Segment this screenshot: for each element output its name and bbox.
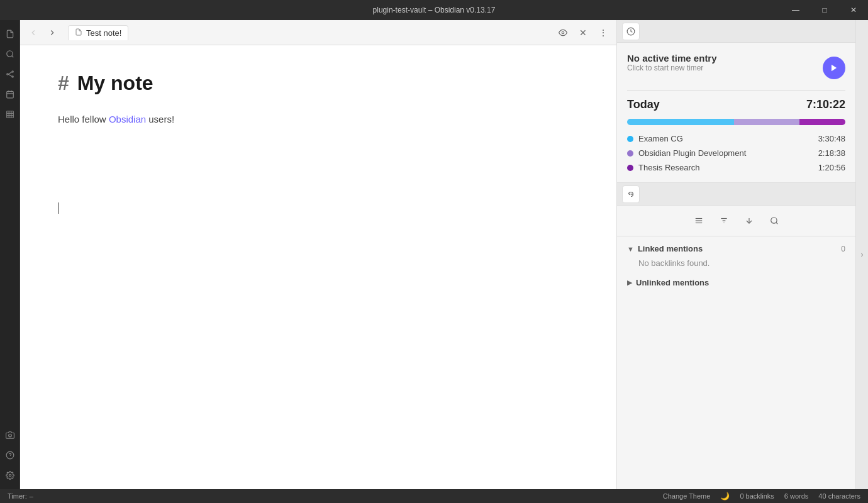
body-text-start: Hello fellow <box>58 114 109 124</box>
sidebar-item-search[interactable] <box>1 45 19 63</box>
sidebar-item-files[interactable] <box>1 25 19 43</box>
time-entries: Examen CG 3:30:48 Obsidian Plugin Develo… <box>627 134 845 172</box>
sidebar-item-help[interactable] <box>1 446 19 464</box>
linked-mentions-count: 0 <box>841 245 845 253</box>
svg-point-19 <box>9 474 11 477</box>
today-label: Today <box>627 98 660 111</box>
unlinked-mentions-label: Unlinked mentions <box>636 278 845 287</box>
no-active-entry-text: No active time entry <box>627 53 717 64</box>
svg-point-24 <box>632 194 632 194</box>
unlinked-chevron-right-icon: ▶ <box>627 279 632 287</box>
status-bar: Timer: – Change Theme 🌙 0 backlinks 6 wo… <box>0 489 868 503</box>
window-controls: — □ ✕ <box>781 0 868 20</box>
entry-dot-1 <box>627 136 633 142</box>
word-count: 6 words <box>784 492 809 500</box>
svg-point-4 <box>11 76 13 77</box>
svg-point-16 <box>8 434 11 437</box>
svg-point-23 <box>630 194 630 194</box>
timer-status: Timer: – <box>8 492 33 500</box>
linked-chevron-down-icon: ▼ <box>627 245 634 253</box>
svg-point-20 <box>562 31 564 34</box>
start-timer-button[interactable] <box>823 57 845 79</box>
unlinked-mentions-header[interactable]: ▶ Unlinked mentions <box>627 278 845 287</box>
body-text-end: users! <box>146 114 174 124</box>
backlinks-tab-bar <box>617 183 855 206</box>
divider <box>627 90 845 91</box>
cursor-line <box>58 202 579 214</box>
sidebar-item-calendar[interactable] <box>1 86 19 103</box>
entry-duration-1: 3:30:48 <box>818 134 845 143</box>
change-theme-button[interactable]: Change Theme <box>663 492 711 500</box>
heading-prefix: # <box>58 72 69 94</box>
timer-header: No active time entry Click to start new … <box>627 53 845 82</box>
note-editor[interactable]: # My note Hello fellow Obsidian users! <box>20 45 616 489</box>
sidebar-item-graph[interactable] <box>1 65 19 83</box>
heading-text: My note <box>77 72 153 94</box>
svg-point-3 <box>11 71 13 72</box>
tab-actions: ✕ ⋮ <box>555 25 611 41</box>
obsidian-link[interactable]: Obsidian <box>109 114 146 124</box>
backlinks-collapse-button[interactable] <box>690 212 708 229</box>
tab-title: Test note! <box>86 28 121 38</box>
backlinks-toolbar <box>617 206 855 236</box>
timer-status-value: – <box>30 492 33 500</box>
left-sidebar <box>0 20 20 489</box>
time-entry-1: Examen CG 3:30:48 <box>627 134 845 143</box>
time-entry-3: Thesis Research 1:20:56 <box>627 163 845 172</box>
entry-dot-3 <box>627 165 633 171</box>
linked-mentions-header[interactable]: ▼ Linked mentions 0 <box>627 244 845 253</box>
entry-duration-2: 2:18:38 <box>818 148 845 158</box>
minimize-button[interactable]: — <box>781 0 810 20</box>
entry-dot-2 <box>627 150 633 157</box>
right-arrow-icon: › <box>861 250 864 259</box>
svg-marker-22 <box>832 64 837 71</box>
timer-status-label: Timer: <box>8 492 27 500</box>
svg-line-1 <box>11 56 13 58</box>
title-bar: plugin-test-vault – Obsidian v0.13.17 — … <box>0 0 868 20</box>
note-heading: # My note <box>58 70 579 97</box>
sidebar-item-table[interactable] <box>1 106 19 123</box>
preview-toggle-button[interactable] <box>555 25 571 41</box>
note-tab: Test note! <box>68 25 128 40</box>
entry-duration-3: 1:20:56 <box>818 163 845 172</box>
svg-point-2 <box>6 74 8 75</box>
svg-point-32 <box>771 218 776 223</box>
text-cursor <box>58 202 58 214</box>
linked-mentions-group: ▼ Linked mentions 0 No backlinks found. <box>627 244 845 268</box>
main-layout: Test note! ✕ ⋮ # My note Hello fellow Ob… <box>0 20 868 489</box>
svg-line-33 <box>776 223 777 224</box>
progress-segment-3 <box>799 119 845 125</box>
sidebar-bottom <box>1 426 19 484</box>
entry-name-2: Obsidian Plugin Development <box>638 148 813 158</box>
click-to-start-text: Click to start new timer <box>627 64 717 72</box>
sidebar-item-camera[interactable] <box>1 426 19 444</box>
forward-button[interactable] <box>44 25 60 41</box>
close-button[interactable]: ✕ <box>839 0 868 20</box>
maximize-button[interactable]: □ <box>810 0 839 20</box>
back-button[interactable] <box>25 25 42 41</box>
entry-name-3: Thesis Research <box>638 163 813 172</box>
right-arrow-panel[interactable]: › <box>855 20 868 489</box>
svg-line-5 <box>8 72 12 75</box>
close-tab-button[interactable]: ✕ <box>575 25 591 41</box>
progress-segment-1 <box>627 119 734 125</box>
backlinks-search-button[interactable] <box>765 212 783 229</box>
char-count: 40 characters <box>818 492 860 500</box>
today-time: 7:10:22 <box>806 98 845 111</box>
editor-wrapper: Test note! ✕ ⋮ # My note Hello fellow Ob… <box>20 20 616 489</box>
backlinks-sort-button[interactable] <box>740 212 758 229</box>
backlinks-filter-button[interactable] <box>715 212 733 229</box>
tab-file-icon <box>75 28 82 38</box>
timer-content: No active time entry Click to start new … <box>617 43 855 182</box>
sidebar-item-settings[interactable] <box>1 467 19 484</box>
more-options-button[interactable]: ⋮ <box>595 25 611 41</box>
backlinks-tab-icon[interactable] <box>622 185 640 203</box>
timer-tab-icon[interactable] <box>622 23 640 40</box>
progress-bar <box>627 119 845 125</box>
progress-segment-2 <box>734 119 799 125</box>
moon-icon[interactable]: 🌙 <box>720 492 730 500</box>
svg-rect-11 <box>6 111 13 118</box>
svg-point-0 <box>6 51 12 57</box>
backlinks-count: 0 backlinks <box>740 492 774 500</box>
svg-line-6 <box>8 74 12 77</box>
